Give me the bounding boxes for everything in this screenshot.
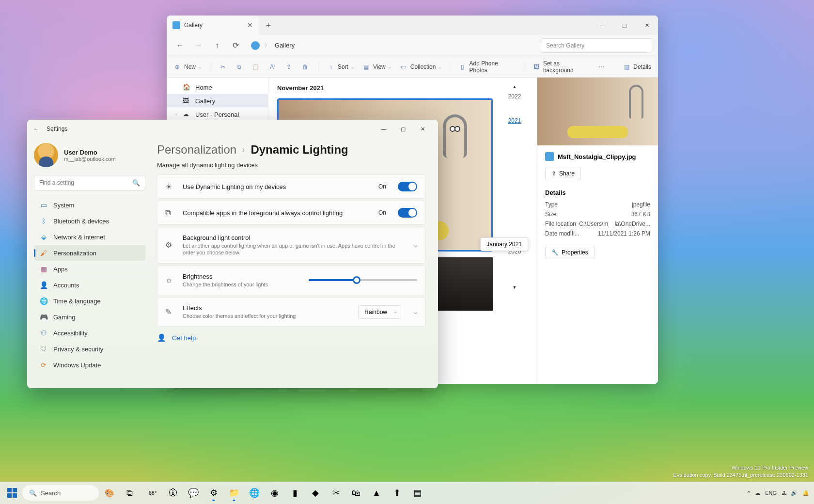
chevron-down-icon[interactable]: ⌵ (414, 309, 417, 315)
start-button[interactable] (5, 486, 19, 500)
nav-refresh-button[interactable]: ⟳ (228, 38, 243, 53)
nav-accounts[interactable]: 👤Accounts (34, 277, 145, 293)
copy-button[interactable]: ⧉ (235, 63, 243, 71)
share-button[interactable]: ⇪ (285, 63, 293, 71)
minimize-button[interactable]: — (591, 16, 613, 35)
cut-button[interactable]: ✂ (219, 63, 227, 71)
nav-gaming[interactable]: 🎮Gaming (34, 309, 145, 325)
more-button[interactable]: ⋯ (597, 63, 605, 71)
address-bar[interactable]: 〉 Gallery (246, 41, 538, 50)
new-tab-button[interactable]: ＋ (259, 20, 278, 31)
close-window-button[interactable]: ✕ (636, 16, 658, 35)
settings-window: ← Settings — ▢ ✕ User Demo m__lab@outloo… (27, 120, 438, 388)
detail-row-modified: Date modifi...11/11/2021 1:26 PM (545, 230, 650, 237)
nav-network[interactable]: ⬙Network & internet (34, 229, 145, 245)
get-help-link[interactable]: 👤 Get help (157, 333, 425, 342)
nav-privacy[interactable]: 🛡Privacy & security (34, 341, 145, 357)
task-view-button[interactable]: ⧉ (120, 484, 139, 502)
sidebar-item-user-personal[interactable]: ›☁User - Personal (167, 108, 268, 121)
explorer-tab-gallery[interactable]: Gallery ✕ (167, 16, 259, 35)
nav-system[interactable]: ▭System (34, 197, 145, 213)
nav-up-button[interactable]: ↑ (209, 38, 225, 53)
view-button[interactable]: ▤View⌵ (362, 63, 391, 71)
plus-circle-icon: ⊕ (173, 63, 181, 71)
use-dl-toggle[interactable] (398, 182, 417, 191)
toggle-state: On (378, 183, 386, 190)
rename-button[interactable]: Aⁱ (268, 63, 276, 71)
detail-row-type: Typejpegfile (545, 201, 650, 208)
paintbrush-icon: 🖌 (40, 249, 47, 257)
compat-toggle[interactable] (398, 208, 417, 218)
new-button[interactable]: ⊕New⌵ (173, 63, 201, 71)
nav-forward-button[interactable]: → (191, 38, 206, 53)
nav-personalization[interactable]: 🖌Personalization (34, 245, 145, 261)
nav-back-button[interactable]: ← (172, 38, 188, 53)
search-gallery-input[interactable]: Search Gallery (541, 38, 652, 53)
app-icon[interactable]: ▲ (367, 484, 386, 502)
close-tab-icon[interactable]: ✕ (247, 21, 253, 29)
edge-browser-icon[interactable]: 🌐 (245, 484, 264, 502)
maximize-button[interactable]: ▢ (393, 122, 413, 136)
breadcrumb-personalization[interactable]: Personalization (157, 143, 236, 157)
gallery-icon: 🖼 (183, 97, 190, 105)
terminal-icon[interactable]: ▮ (286, 484, 304, 502)
sidebar-item-home[interactable]: ›🏠Home (167, 80, 268, 94)
nav-windows-update[interactable]: ⟳Windows Update (34, 357, 145, 373)
brightness-slider[interactable] (309, 279, 417, 281)
sidebar-item-gallery[interactable]: ›🖼Gallery (167, 94, 268, 108)
app-icon[interactable]: ▤ (408, 484, 426, 502)
effects-dropdown[interactable]: Rainbow (358, 305, 401, 319)
maximize-button[interactable]: ▢ (613, 16, 636, 35)
nav-bluetooth[interactable]: ᛒBluetooth & devices (34, 213, 145, 229)
onedrive-tray-icon[interactable]: ☁ (755, 490, 760, 496)
properties-button[interactable]: 🔧 Properties (545, 246, 595, 259)
copilot-icon[interactable]: 🛈 (164, 484, 182, 502)
search-highlights-icon[interactable]: 🎨 (102, 485, 117, 501)
sort-button[interactable]: ↕Sort⌵ (327, 63, 354, 71)
teams-chat-icon[interactable]: 💬 (184, 484, 203, 502)
chrome-icon[interactable]: ◉ (266, 484, 284, 502)
brightness-icon: ☼ (165, 276, 175, 284)
nav-accessibility[interactable]: ⚇Accessibility (34, 325, 145, 341)
taskbar-search[interactable]: 🔍 Search (22, 485, 99, 501)
find-setting-input[interactable]: 🔍 (34, 175, 145, 190)
timeline-down-icon[interactable]: ▼ (513, 285, 517, 290)
dev-home-icon[interactable]: ◆ (306, 484, 325, 502)
snipping-tool-icon[interactable]: ✂ (327, 484, 345, 502)
timeline-year-2021[interactable]: 2021 (508, 117, 521, 124)
setting-background-light-control[interactable]: ⚙ Background light control Let another a… (157, 227, 425, 264)
image-file-icon (545, 152, 554, 161)
chevron-down-icon[interactable]: ⌵ (414, 242, 417, 249)
details-pane-button[interactable]: ▥Details (623, 63, 651, 71)
timeline-up-icon[interactable]: ▲ (513, 84, 517, 89)
microsoft-store-icon[interactable]: 🛍 (347, 484, 365, 502)
notifications-icon[interactable]: 🔔 (802, 490, 809, 496)
tray-overflow-icon[interactable]: ^ (748, 490, 750, 496)
settings-app-icon[interactable]: ⚙ (204, 484, 223, 502)
paste-button[interactable]: 📋 (252, 63, 260, 71)
detail-row-location: File locationC:\Users\m__la\OneDrive... (545, 220, 650, 227)
weather-widget[interactable]: 68° (143, 484, 162, 502)
gear-icon: ⚙ (165, 240, 175, 250)
language-indicator[interactable]: ENG (765, 490, 777, 496)
timeline-year-2022[interactable]: 2022 (508, 93, 521, 100)
share-button[interactable]: ⇪ Share (545, 167, 581, 180)
network-icon[interactable]: 🖧 (782, 490, 787, 496)
user-profile[interactable]: User Demo m__lab@outlook.com (34, 143, 145, 167)
volume-icon[interactable]: 🔊 (791, 490, 798, 496)
add-phone-photos-button[interactable]: ▯Add Phone Photos (459, 60, 515, 74)
insider-watermark: Windows 11 Pro Insider Preview Evaluatio… (673, 464, 808, 479)
settings-back-button[interactable]: ← (33, 125, 47, 133)
close-window-button[interactable]: ✕ (413, 122, 432, 136)
delete-button[interactable]: 🗑 (301, 63, 309, 71)
user-email: m__lab@outlook.com (64, 156, 116, 162)
chevron-right-icon[interactable]: › (175, 112, 177, 117)
collection-button[interactable]: ▭Collection⌵ (400, 63, 441, 71)
avatar (34, 143, 58, 167)
minimize-button[interactable]: — (374, 122, 393, 136)
set-background-button[interactable]: 🖼Set as background (533, 60, 589, 74)
nav-time-language[interactable]: 🌐Time & language (34, 293, 145, 309)
nav-apps[interactable]: ▦Apps (34, 261, 145, 277)
app-icon[interactable]: ⬆ (388, 484, 406, 502)
file-explorer-icon[interactable]: 📁 (225, 484, 243, 502)
